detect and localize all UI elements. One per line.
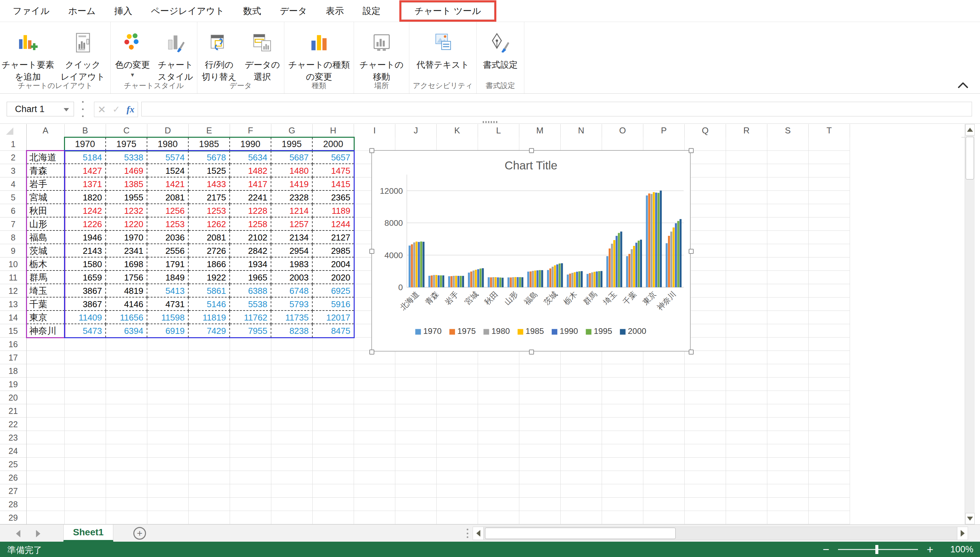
cell-T10[interactable] bbox=[809, 257, 850, 271]
chart-resize-handle-0[interactable] bbox=[369, 148, 374, 153]
cell-S25[interactable] bbox=[767, 458, 809, 471]
row-header-8[interactable]: 8 bbox=[0, 231, 27, 244]
cell-N21[interactable] bbox=[561, 404, 602, 418]
row-header-18[interactable]: 18 bbox=[0, 364, 27, 378]
cell-P27[interactable] bbox=[643, 484, 685, 498]
cell-J17[interactable] bbox=[395, 351, 436, 364]
cell-R6[interactable] bbox=[726, 204, 767, 217]
column-header-L[interactable]: L bbox=[478, 124, 519, 137]
cell-J26[interactable] bbox=[395, 471, 436, 484]
cell-H17[interactable] bbox=[313, 351, 354, 364]
column-header-B[interactable]: B bbox=[65, 124, 106, 137]
cell-E9[interactable]: 2726 bbox=[189, 244, 230, 257]
bar-1990-神奈川[interactable] bbox=[675, 223, 677, 287]
bar-1975-山形[interactable] bbox=[509, 277, 512, 287]
bar-1985-群馬[interactable] bbox=[594, 272, 595, 287]
cell-F8[interactable]: 2102 bbox=[230, 231, 271, 244]
ribbon-button-change-chart-type[interactable]: チャートの種類の変更 bbox=[285, 27, 354, 83]
cell-D3[interactable]: 1524 bbox=[147, 164, 189, 178]
cell-R25[interactable] bbox=[726, 458, 767, 471]
cell-B12[interactable]: 3867 bbox=[65, 284, 106, 298]
cell-M21[interactable] bbox=[519, 404, 561, 418]
cell-R5[interactable] bbox=[726, 191, 767, 204]
bar-2000-埼玉[interactable] bbox=[620, 231, 622, 287]
cell-K26[interactable] bbox=[436, 471, 478, 484]
cell-C25[interactable] bbox=[106, 458, 147, 471]
cell-E5[interactable]: 2175 bbox=[189, 191, 230, 204]
cell-G5[interactable]: 2328 bbox=[271, 191, 313, 204]
column-header-D[interactable]: D bbox=[147, 124, 189, 137]
cell-I26[interactable] bbox=[354, 471, 395, 484]
bar-1970-青森[interactable] bbox=[428, 276, 430, 287]
cell-M23[interactable] bbox=[519, 431, 561, 444]
cell-O29[interactable] bbox=[602, 511, 643, 524]
cell-D15[interactable]: 6919 bbox=[147, 324, 189, 337]
cell-G16[interactable] bbox=[271, 337, 313, 351]
legend-swatch-1990[interactable] bbox=[552, 329, 557, 334]
cell-S24[interactable] bbox=[767, 444, 809, 458]
bar-1970-茨城[interactable] bbox=[547, 270, 549, 288]
column-header-P[interactable]: P bbox=[643, 124, 685, 137]
cell-G8[interactable]: 2134 bbox=[271, 231, 313, 244]
cell-K22[interactable] bbox=[436, 418, 478, 431]
ribbon-button-quick-layout[interactable]: クイックレイアウト bbox=[56, 27, 110, 83]
cell-R22[interactable] bbox=[726, 418, 767, 431]
cell-H10[interactable]: 2004 bbox=[313, 257, 354, 271]
cell-F24[interactable] bbox=[230, 444, 271, 458]
cell-I1[interactable] bbox=[354, 137, 395, 151]
bar-2000-神奈川[interactable] bbox=[680, 219, 681, 287]
cell-F27[interactable] bbox=[230, 484, 271, 498]
ribbon-button-change-colors[interactable]: 色の変更▼ bbox=[111, 27, 154, 78]
cell-D19[interactable] bbox=[147, 378, 189, 391]
cell-T16[interactable] bbox=[809, 337, 850, 351]
cell-K20[interactable] bbox=[436, 391, 478, 404]
chart-resize-handle-7[interactable] bbox=[689, 350, 694, 355]
bar-1980-栃木[interactable] bbox=[571, 273, 573, 287]
column-header-F[interactable]: F bbox=[230, 124, 271, 137]
cell-R18[interactable] bbox=[726, 364, 767, 378]
bar-1975-秋田[interactable] bbox=[490, 277, 492, 288]
cell-Q15[interactable] bbox=[685, 324, 726, 337]
cell-C5[interactable]: 1955 bbox=[106, 191, 147, 204]
cell-H8[interactable]: 2127 bbox=[313, 231, 354, 244]
formula-input[interactable] bbox=[141, 102, 972, 116]
column-header-I[interactable]: I bbox=[354, 124, 395, 137]
cell-F28[interactable] bbox=[230, 498, 271, 511]
cell-H19[interactable] bbox=[313, 378, 354, 391]
bar-1995-群馬[interactable] bbox=[598, 271, 600, 287]
cell-R16[interactable] bbox=[726, 337, 767, 351]
cell-L29[interactable] bbox=[478, 511, 519, 524]
cell-P20[interactable] bbox=[643, 391, 685, 404]
cell-O19[interactable] bbox=[602, 378, 643, 391]
cell-A21[interactable] bbox=[27, 404, 65, 418]
cell-E4[interactable]: 1433 bbox=[189, 178, 230, 191]
cell-F12[interactable]: 6388 bbox=[230, 284, 271, 298]
cell-D27[interactable] bbox=[147, 484, 189, 498]
cell-S1[interactable] bbox=[767, 137, 809, 151]
cell-C4[interactable]: 1385 bbox=[106, 178, 147, 191]
cell-A24[interactable] bbox=[27, 444, 65, 458]
cell-D28[interactable] bbox=[147, 498, 189, 511]
bar-1970-山形[interactable] bbox=[507, 277, 509, 288]
cell-J22[interactable] bbox=[395, 418, 436, 431]
cell-E22[interactable] bbox=[189, 418, 230, 431]
name-box-dropdown-icon[interactable] bbox=[64, 108, 69, 111]
cell-R20[interactable] bbox=[726, 391, 767, 404]
bar-1980-茨城[interactable] bbox=[552, 267, 554, 288]
cell-G2[interactable]: 5687 bbox=[271, 151, 313, 164]
cell-T5[interactable] bbox=[809, 191, 850, 204]
cell-T18[interactable] bbox=[809, 364, 850, 378]
cell-O1[interactable] bbox=[602, 137, 643, 151]
cell-H15[interactable]: 8475 bbox=[313, 324, 354, 337]
cell-F20[interactable] bbox=[230, 391, 271, 404]
cell-H16[interactable] bbox=[313, 337, 354, 351]
cell-B17[interactable] bbox=[65, 351, 106, 364]
ribbon-button-move-chart[interactable]: チャートの移動 bbox=[354, 27, 409, 83]
cell-S8[interactable] bbox=[767, 231, 809, 244]
cell-S17[interactable] bbox=[767, 351, 809, 364]
cell-P17[interactable] bbox=[643, 351, 685, 364]
cell-B28[interactable] bbox=[65, 498, 106, 511]
bar-1990-埼玉[interactable] bbox=[616, 236, 618, 287]
cell-G25[interactable] bbox=[271, 458, 313, 471]
add-sheet-button[interactable]: + bbox=[133, 527, 146, 540]
